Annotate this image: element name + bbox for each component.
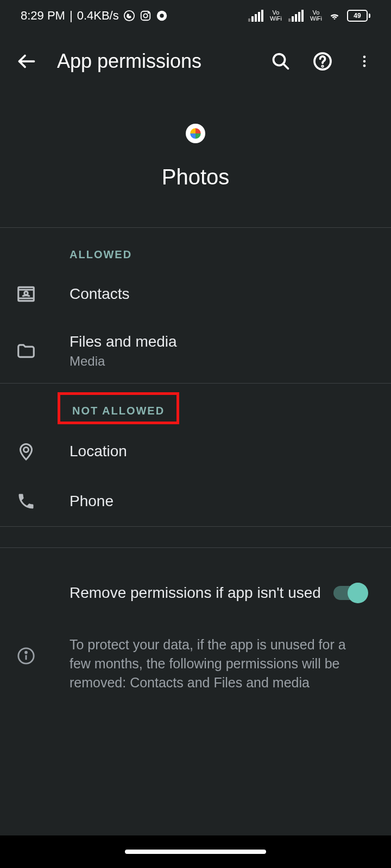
status-data-speed: 0.4KB/s	[77, 9, 119, 23]
wifi-icon	[329, 10, 340, 22]
svg-point-21	[26, 652, 27, 654]
svg-point-3	[148, 12, 149, 14]
search-button[interactable]	[269, 50, 292, 73]
svg-point-18	[24, 448, 29, 452]
nav-handle[interactable]	[125, 850, 266, 854]
svg-point-12	[363, 60, 366, 63]
app-icon	[186, 124, 205, 143]
svg-point-2	[143, 14, 147, 17]
arrow-left-icon	[17, 52, 36, 71]
battery-level: 49	[354, 12, 361, 20]
permission-row-files-media[interactable]: Files and media Media	[0, 319, 391, 383]
help-icon	[313, 52, 332, 71]
app-hero: Photos	[0, 91, 391, 228]
permission-label: Location	[70, 443, 127, 460]
signal-icon-2	[288, 10, 304, 22]
status-right-group: VoWiFi VoWiFi 49	[248, 10, 370, 22]
search-icon	[271, 52, 291, 71]
toolbar: App permissions	[0, 31, 391, 91]
section-gap	[0, 526, 391, 548]
location-icon	[15, 441, 37, 462]
permission-label: Files and media	[70, 333, 177, 350]
info-text: To protect your data, if the app is unus…	[70, 635, 366, 692]
remove-permissions-label: Remove permissions if app isn't used	[70, 583, 323, 603]
instagram-icon	[140, 10, 152, 22]
remove-permissions-switch[interactable]	[333, 586, 366, 600]
section-header-not-allowed: NOT ALLOWED	[58, 392, 179, 424]
info-row: To protect your data, if the app is unus…	[0, 611, 391, 709]
svg-point-17	[24, 291, 28, 295]
permission-label: Contacts	[70, 285, 130, 303]
svg-point-10	[322, 66, 323, 67]
phone-icon	[15, 490, 37, 512]
permission-row-contacts[interactable]: Contacts	[0, 269, 391, 319]
permission-row-phone[interactable]: Phone	[0, 476, 391, 526]
contacts-icon	[15, 283, 37, 305]
signal-icon	[248, 10, 263, 22]
vo-wifi-label-1: VoWiFi	[270, 10, 282, 22]
folder-icon	[15, 340, 37, 362]
status-left-group: 8:29 PM | 0.4KB/s	[21, 9, 168, 23]
section-header-allowed: ALLOWED	[0, 228, 391, 269]
switch-thumb	[348, 583, 368, 603]
svg-point-5	[160, 14, 163, 17]
svg-point-11	[363, 56, 366, 59]
info-icon	[15, 645, 37, 667]
more-options-button[interactable]	[353, 50, 376, 73]
chrome-icon	[156, 10, 168, 22]
svg-point-13	[363, 65, 366, 67]
permission-sublabel: Media	[70, 354, 177, 369]
svg-point-0	[124, 11, 134, 21]
whatsapp-icon	[123, 10, 135, 22]
svg-line-8	[283, 64, 288, 69]
navigation-bar	[0, 835, 391, 868]
status-bar: 8:29 PM | 0.4KB/s VoWiFi VoWiFi 49	[0, 0, 391, 31]
permission-label: Phone	[70, 493, 113, 510]
back-button[interactable]	[15, 50, 38, 73]
more-vertical-icon	[357, 54, 372, 69]
help-button[interactable]	[311, 50, 334, 73]
vo-wifi-label-2: VoWiFi	[310, 10, 322, 22]
status-time: 8:29 PM	[21, 9, 65, 23]
status-divider: |	[70, 9, 73, 23]
page-title: App permissions	[57, 50, 250, 73]
photos-pinwheel-icon	[188, 126, 203, 141]
app-name: Photos	[162, 165, 230, 189]
permission-row-location[interactable]: Location	[0, 426, 391, 476]
battery-icon: 49	[347, 10, 370, 22]
remove-permissions-row[interactable]: Remove permissions if app isn't used	[0, 548, 391, 611]
